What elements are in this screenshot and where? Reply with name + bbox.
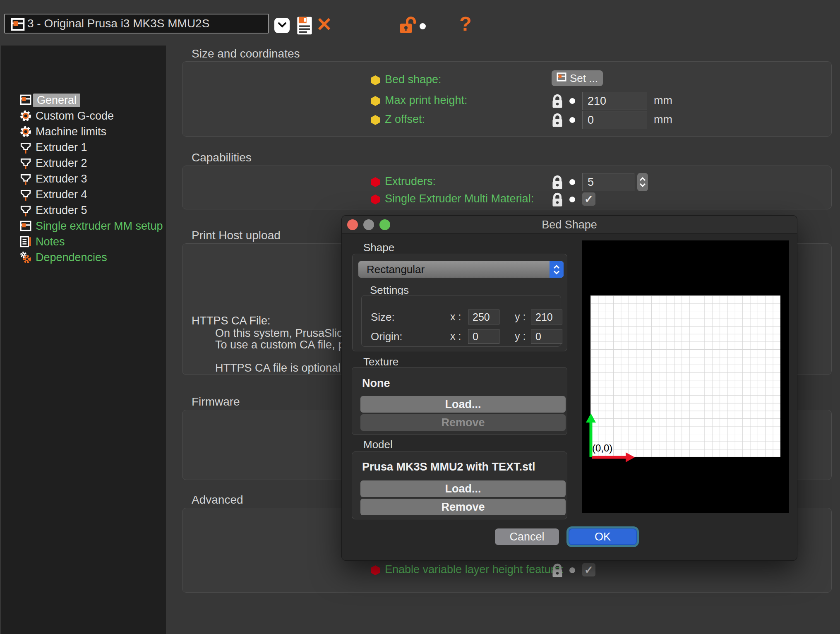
extruders-count-input[interactable]	[582, 173, 634, 191]
section-title-firmware: Firmware	[192, 395, 240, 408]
model-label: Model	[363, 438, 393, 451]
sidebar-item-label: Machine limits	[36, 125, 106, 138]
sidebar-item-custom-gcode[interactable]: Custom G-code	[1, 108, 166, 124]
lock-closed-icon[interactable]	[551, 93, 564, 111]
max-print-height-row: Max print height: mm	[182, 92, 832, 110]
extruder-icon	[20, 157, 31, 171]
origin-label: Origin:	[371, 330, 403, 343]
quantity-stepper[interactable]	[637, 173, 648, 191]
sidebar-item-dependencies[interactable]: Dependencies	[1, 250, 166, 265]
bullet-icon	[371, 115, 380, 125]
printer-preset-name: 3 - Original Prusa i3 MK3S MMU2S	[27, 17, 209, 30]
sidebar-item-label: Extruder 4	[36, 188, 87, 201]
lock-closed-icon[interactable]	[551, 192, 564, 210]
variable-layer-height-checkbox[interactable]	[582, 563, 595, 576]
sidebar-item-extruder-1[interactable]: Extruder 1	[1, 139, 166, 155]
save-preset-button[interactable]	[296, 16, 313, 37]
printer-preset-combobox[interactable]: 3 - Original Prusa i3 MK3S MMU2S	[4, 14, 269, 34]
single-extruder-mm-row: Single Extruder Multi Material:	[182, 190, 832, 209]
section-title-advanced: Advanced	[192, 493, 243, 507]
extruder-icon	[20, 204, 31, 219]
sidebar-item-extruder-2[interactable]: Extruder 2	[1, 155, 166, 171]
printer-icon	[20, 220, 31, 233]
note-icon	[20, 236, 31, 249]
model-filename: Prusa MK3S MMU2 with TEXT.stl	[362, 461, 535, 473]
help-button[interactable]: ?	[459, 14, 471, 34]
delete-x-icon: ✕	[316, 15, 332, 34]
sidebar-item-extruder-3[interactable]: Extruder 3	[1, 171, 166, 187]
dialog-title: Bed Shape	[342, 219, 797, 231]
bullet-icon	[371, 96, 380, 106]
bed-shape-row: Bed shape: Set ...	[182, 71, 832, 89]
sidebar-item-single-extruder-mm-setup[interactable]: Single extruder MM setup	[1, 218, 166, 234]
ok-button[interactable]: OK	[569, 528, 637, 545]
axes-arrows-icon	[582, 240, 789, 513]
variable-layer-height-label: Enable variable layer height feature:	[385, 563, 564, 576]
sidebar-item-notes[interactable]: Notes	[1, 234, 166, 250]
ca-note-line: On this system, PrusaSlicer u	[215, 327, 362, 340]
texture-label: Texture	[363, 355, 398, 368]
origin-marker-label: (0,0)	[592, 442, 612, 454]
lock-closed-icon[interactable]	[551, 174, 564, 192]
sidebar-item-label: Extruder 2	[36, 157, 87, 170]
bed-shape-set-button[interactable]: Set ...	[552, 70, 603, 86]
model-load-button[interactable]: Load...	[360, 480, 566, 497]
section-title-size-coordinates: Size and coordinates	[192, 47, 300, 60]
revert-dot	[569, 197, 575, 202]
z-offset-row: Z offset: mm	[182, 111, 832, 129]
sidebar-item-label: Notes	[36, 235, 65, 248]
max-print-height-input[interactable]	[582, 92, 647, 110]
settings-category-list: General Custom G-code Machine limits Ext…	[1, 46, 166, 634]
printer-icon	[11, 17, 25, 33]
origin-y-input[interactable]	[531, 329, 562, 344]
printer-icon	[557, 72, 566, 85]
texture-filename: None	[362, 377, 390, 390]
bed-preview: (0,0)	[582, 240, 789, 513]
variable-layer-height-row: Enable variable layer height feature:	[182, 561, 832, 579]
revert-dot	[569, 117, 575, 123]
cancel-button[interactable]: Cancel	[495, 528, 559, 545]
prusaslicer-printer-settings: 3 - Original Prusa i3 MK3S MMU2S ✕ ?	[0, 0, 840, 634]
z-offset-label: Z offset:	[385, 113, 425, 126]
origin-x-input[interactable]	[468, 329, 499, 344]
revert-dot	[569, 567, 575, 573]
size-x-input[interactable]	[468, 310, 499, 324]
size-y-input[interactable]	[531, 310, 562, 324]
sidebar-item-label: Extruder 1	[36, 141, 87, 154]
chevron-down-icon	[278, 22, 287, 29]
sidebar-item-extruder-5[interactable]: Extruder 5	[1, 202, 166, 218]
section-title-capabilities: Capabilities	[192, 151, 252, 164]
shape-selected-value: Rectangular	[367, 263, 425, 276]
sidebar-item-machine-limits[interactable]: Machine limits	[1, 124, 166, 139]
bed-shape-label: Bed shape:	[385, 73, 442, 86]
sidebar-item-extruder-4[interactable]: Extruder 4	[1, 187, 166, 202]
printer-icon	[20, 94, 31, 107]
texture-load-button[interactable]: Load...	[360, 396, 566, 413]
texture-remove-button: Remove	[360, 414, 566, 431]
extruders-row: Extruders:	[182, 173, 832, 191]
set-button-label: Set ...	[570, 72, 598, 85]
lock-closed-icon[interactable]	[551, 112, 564, 130]
bullet-icon	[371, 177, 380, 187]
model-remove-button[interactable]: Remove	[360, 499, 566, 515]
delete-preset-button[interactable]: ✕	[316, 15, 332, 34]
shape-select[interactable]: Rectangular	[358, 261, 564, 278]
sidebar-item-label: Extruder 5	[36, 204, 87, 217]
bullet-icon	[371, 195, 380, 204]
lock-closed-icon[interactable]	[551, 562, 564, 581]
gears-icon	[20, 252, 31, 265]
modified-dot	[420, 23, 426, 29]
bullet-icon	[371, 565, 380, 575]
ca-note-line: HTTPS CA file is optional. It i	[215, 362, 359, 375]
lock-toggle-button[interactable]	[399, 16, 416, 36]
save-icon	[296, 16, 313, 37]
preset-dropdown-button[interactable]	[274, 18, 290, 33]
unit-label: mm	[654, 113, 672, 126]
single-extruder-mm-checkbox[interactable]	[582, 192, 595, 206]
z-offset-input[interactable]	[582, 111, 647, 129]
dialog-titlebar: Bed Shape	[342, 216, 797, 234]
sidebar-item-label: Extruder 3	[36, 173, 87, 185]
revert-dot	[569, 179, 575, 185]
sidebar-item-general[interactable]: General	[1, 92, 166, 108]
sidebar-item-label: General	[33, 94, 80, 107]
